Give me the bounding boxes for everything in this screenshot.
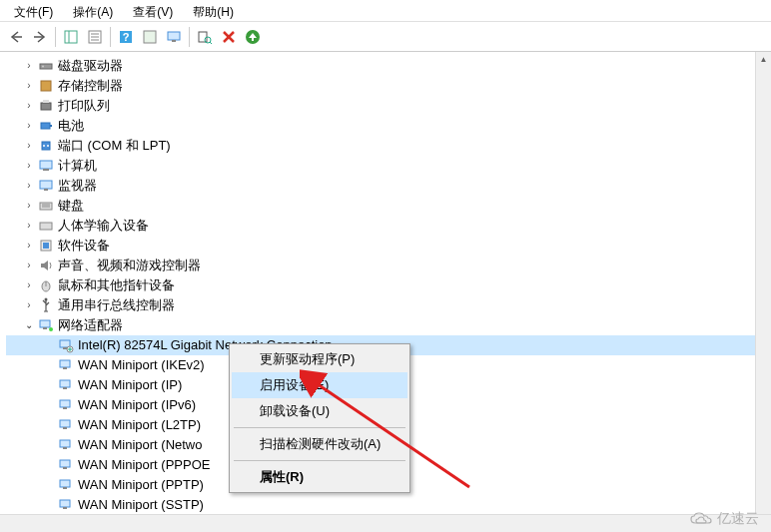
tree-label: 鼠标和其他指针设备 — [58, 275, 175, 295]
tree-item-disk-drives[interactable]: › 磁盘驱动器 — [6, 56, 771, 76]
forward-button[interactable] — [28, 25, 52, 49]
network-adapter-icon — [58, 477, 74, 493]
tree-label: 通用串行总线控制器 — [58, 295, 175, 315]
svg-rect-58 — [60, 460, 70, 467]
help-button[interactable]: ? — [114, 25, 138, 49]
network-adapter-icon — [58, 397, 74, 413]
action-button[interactable] — [138, 25, 162, 49]
tree-item-software[interactable]: › 软件设备 — [6, 236, 771, 256]
tree-label: 磁盘驱动器 — [58, 56, 123, 76]
svg-rect-63 — [63, 507, 67, 509]
menu-file[interactable]: 文件(F) — [4, 2, 63, 19]
vertical-scrollbar[interactable] — [755, 52, 771, 514]
tree-item-print[interactable]: › 打印队列 — [6, 96, 771, 116]
network-adapter-icon — [58, 377, 74, 393]
svg-rect-24 — [41, 123, 50, 129]
status-bar — [0, 514, 771, 532]
svg-rect-22 — [41, 103, 51, 110]
expander-icon[interactable]: › — [22, 99, 36, 113]
show-hide-button[interactable] — [59, 25, 83, 49]
svg-rect-10 — [144, 31, 156, 43]
svg-rect-25 — [50, 125, 52, 127]
expander-icon[interactable]: › — [22, 259, 36, 272]
tree-item-storage[interactable]: › 存储控制器 — [6, 76, 771, 96]
svg-point-44 — [49, 327, 53, 331]
up-button[interactable] — [241, 25, 265, 49]
svg-rect-12 — [172, 40, 176, 42]
svg-point-20 — [42, 66, 44, 68]
mouse-icon — [38, 277, 54, 293]
storage-icon — [38, 78, 54, 94]
computer-icon — [38, 158, 54, 174]
tree-label: 计算机 — [58, 156, 97, 176]
svg-rect-11 — [168, 32, 180, 40]
svg-rect-38 — [43, 243, 49, 249]
svg-rect-56 — [60, 440, 70, 447]
battery-icon — [38, 118, 54, 134]
close-button[interactable] — [217, 25, 241, 49]
svg-rect-46 — [63, 347, 67, 349]
svg-rect-55 — [63, 427, 67, 429]
menu-uninstall[interactable]: 卸载设备(U) — [232, 398, 407, 424]
menu-enable-device[interactable]: 启用设备(E) — [232, 372, 407, 398]
svg-rect-50 — [60, 380, 70, 387]
menu-view[interactable]: 查看(V) — [123, 2, 183, 19]
tree-item-battery[interactable]: › 电池 — [6, 116, 771, 136]
expander-icon[interactable]: › — [22, 139, 36, 153]
menu-scan-hardware[interactable]: 扫描检测硬件改动(A) — [232, 431, 407, 457]
tree-label: 端口 (COM 和 LPT) — [58, 136, 171, 156]
menu-help[interactable]: 帮助(H) — [183, 2, 244, 19]
svg-rect-59 — [63, 467, 67, 469]
tree-item-adapter[interactable]: WAN Miniport (SSTP) — [6, 495, 771, 514]
software-icon — [38, 238, 54, 254]
expander-icon[interactable]: › — [22, 179, 36, 193]
menu-update-driver[interactable]: 更新驱动程序(P) — [232, 346, 407, 372]
tree-item-monitors[interactable]: › 监视器 — [6, 176, 771, 196]
tree-item-ports[interactable]: › 端口 (COM 和 LPT) — [6, 136, 771, 156]
properties-button[interactable] — [83, 25, 107, 49]
monitor-icon — [38, 178, 54, 194]
menu-separator — [234, 427, 405, 428]
svg-point-27 — [43, 145, 45, 147]
network-adapter-icon — [58, 497, 74, 513]
svg-rect-62 — [60, 500, 70, 507]
network-adapter-icon — [58, 437, 74, 453]
tree-item-keyboards[interactable]: › 键盘 — [6, 196, 771, 216]
svg-rect-53 — [63, 407, 67, 409]
expander-icon[interactable]: › — [22, 239, 36, 253]
scan-button[interactable] — [193, 25, 217, 49]
menu-properties[interactable]: 属性(R) — [232, 464, 407, 490]
svg-rect-19 — [40, 64, 52, 69]
expander-icon[interactable]: › — [22, 59, 36, 73]
tree-item-network-adapters[interactable]: ⌄ 网络适配器 — [6, 315, 771, 335]
expander-icon[interactable]: ⌄ — [22, 318, 36, 332]
expander-icon[interactable]: › — [22, 219, 36, 233]
svg-rect-36 — [40, 223, 52, 230]
svg-rect-21 — [41, 81, 51, 91]
menu-separator — [234, 460, 405, 461]
expander-icon[interactable]: › — [22, 159, 36, 173]
expander-icon[interactable]: › — [22, 119, 36, 133]
tree-item-computer[interactable]: › 计算机 — [6, 156, 771, 176]
expander-icon[interactable]: › — [22, 278, 36, 292]
tree-label: 声音、视频和游戏控制器 — [58, 256, 201, 275]
svg-rect-42 — [40, 320, 50, 327]
back-button[interactable] — [4, 25, 28, 49]
network-adapter-icon — [58, 457, 74, 473]
svg-point-41 — [45, 298, 48, 301]
monitor-button[interactable] — [162, 25, 186, 49]
tree-label: WAN Miniport (IP) — [78, 375, 182, 395]
menu-action[interactable]: 操作(A) — [63, 2, 123, 19]
tree-item-usb[interactable]: › 通用串行总线控制器 — [6, 295, 771, 315]
tree-item-hid[interactable]: › 人体学输入设备 — [6, 216, 771, 236]
expander-icon[interactable]: › — [22, 298, 36, 312]
svg-rect-61 — [63, 487, 67, 489]
tree-item-mice[interactable]: › 鼠标和其他指针设备 — [6, 275, 771, 295]
expander-icon[interactable]: › — [22, 79, 36, 93]
port-icon — [38, 138, 54, 154]
expander-icon[interactable]: › — [22, 199, 36, 213]
svg-rect-48 — [60, 360, 70, 367]
svg-rect-51 — [63, 387, 67, 389]
tree-item-sound[interactable]: › 声音、视频和游戏控制器 — [6, 256, 771, 275]
printer-icon — [38, 98, 54, 114]
